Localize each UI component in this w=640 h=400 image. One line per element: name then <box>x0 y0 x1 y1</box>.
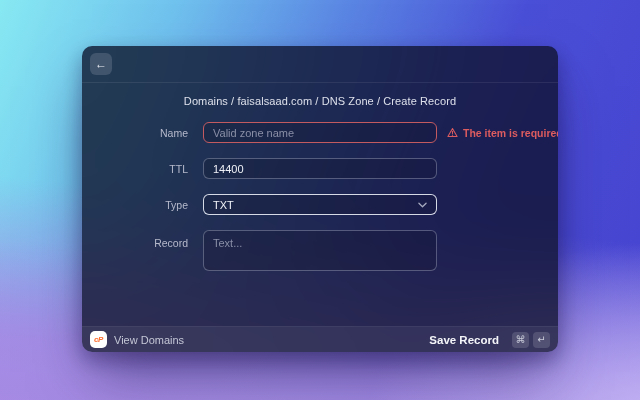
breadcrumb: Domains / faisalsaad.com / DNS Zone / Cr… <box>102 95 538 108</box>
type-field-label: Type <box>102 199 188 211</box>
create-record-dialog: ← Domains / faisalsaad.com / DNS Zone / … <box>82 46 558 352</box>
desktop-background: ← Domains / faisalsaad.com / DNS Zone / … <box>0 0 640 400</box>
dialog-body: Domains / faisalsaad.com / DNS Zone / Cr… <box>82 83 558 326</box>
dialog-footer: cP View Domains Save Record ⌘ ↵ <box>82 326 558 352</box>
cpanel-logo-icon: cP <box>90 331 107 348</box>
name-field-error: The item is required <box>447 127 558 139</box>
ttl-field-label: TTL <box>102 163 188 175</box>
ttl-input[interactable] <box>203 158 437 179</box>
record-textarea[interactable] <box>203 230 437 271</box>
warning-icon <box>447 127 458 138</box>
record-field-label: Record <box>102 237 188 249</box>
error-text: The item is required <box>463 127 558 139</box>
back-button[interactable]: ← <box>90 53 112 75</box>
type-field-row: Type TXT <box>102 194 538 215</box>
name-field-label: Name <box>102 127 188 139</box>
ttl-field-row: TTL <box>102 158 538 179</box>
back-arrow-icon: ← <box>95 58 107 70</box>
type-select[interactable]: TXT <box>203 194 437 215</box>
record-field-row: Record <box>102 230 538 271</box>
type-select-value: TXT <box>213 199 234 211</box>
view-domains-button[interactable]: cP View Domains <box>90 331 184 348</box>
name-field-row: Name The item is required <box>102 122 538 143</box>
name-input[interactable] <box>203 122 437 143</box>
save-record-button[interactable]: Save Record <box>429 334 499 346</box>
view-domains-label: View Domains <box>114 334 184 346</box>
dialog-header: ← <box>82 46 558 83</box>
command-key-badge: ⌘ <box>512 332 529 348</box>
chevron-down-icon <box>418 202 427 208</box>
enter-key-badge: ↵ <box>533 332 550 348</box>
